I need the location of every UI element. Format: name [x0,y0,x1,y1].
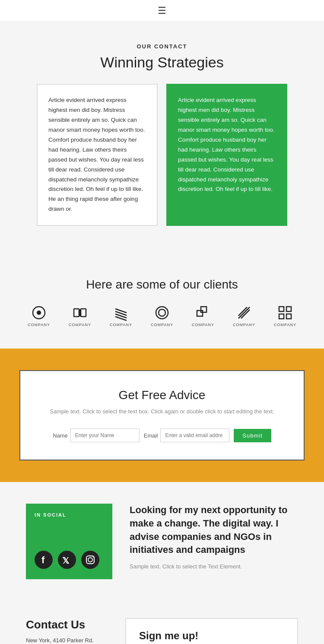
cards-row: Article evident arrived express highest … [26,84,298,226]
logo-label: COMPANY [110,323,132,327]
logo-label: COMPANY [69,323,91,327]
logo-label: COMPANY [192,323,214,327]
svg-rect-16 [279,307,284,311]
advice-title: Get Free Advice [42,388,282,402]
logo-label: COMPANY [274,323,296,327]
svg-point-24 [81,551,99,569]
advice-form: Name Email Submit [42,428,282,442]
clients-title: Here are some of our clients [17,278,307,292]
signup-block: Sign me up! Duis aute irure dolor in rep… [125,618,298,644]
social-icons-row: f𝕏 [35,551,104,571]
social-section: IN SOCIAL f𝕏 Looking for my next opportu… [0,482,324,601]
logo-label: COMPANY [233,323,255,327]
logo-item: COMPANY [144,305,181,327]
logo-label: COMPANY [151,323,173,327]
logo-label: COMPANY [28,323,50,327]
card-white-text: Article evident arrived express highest … [48,97,145,212]
svg-point-27 [93,556,94,558]
svg-rect-2 [74,309,79,317]
submit-button[interactable]: Submit [234,429,271,442]
svg-rect-11 [197,311,203,316]
our-contact-section: OUR CONTACT Winning Strategies Article e… [0,22,324,252]
header: ☰ [0,0,324,22]
logo-item: COMPANY [267,305,304,327]
clients-section: Here are some of our clients COMPANY COM… [0,252,324,349]
name-label: Name [53,432,68,439]
logo-icon [154,305,170,323]
logo-item: COMPANY [185,305,222,327]
twitter-x-icon[interactable]: 𝕏 [58,551,76,571]
social-right: Looking for my next opportunity to make … [130,504,298,570]
social-card: IN SOCIAL f𝕏 [26,504,112,579]
card-green: Article evident arrived express highest … [166,84,287,226]
svg-rect-18 [279,314,284,319]
logo-item: COMPANY [103,305,140,327]
card-white: Article evident arrived express highest … [37,84,158,226]
logo-item: COMPANY [226,305,263,327]
svg-line-13 [238,307,250,318]
logo-icon [236,305,252,323]
footer-top: Contact Us New York, 4140 Parker Rd. All… [0,601,324,644]
svg-rect-19 [286,314,291,319]
name-form-group: Name [53,428,140,442]
in-social-label: IN SOCIAL [35,512,104,517]
logo-item: COMPANY [62,305,98,327]
social-heading: Looking for my next opportunity to make … [130,504,298,557]
section-title: Winning Strategies [26,54,298,71]
svg-point-10 [159,309,165,316]
name-input[interactable] [70,428,140,442]
contact-address: New York, 4140 Parker Rd. Allentown,New … [26,636,112,644]
facebook-icon[interactable]: f [35,551,53,571]
logo-icon [72,305,88,323]
svg-rect-17 [286,307,291,311]
svg-text:f: f [41,555,45,565]
svg-rect-12 [201,307,206,312]
section-label: OUR CONTACT [26,43,298,50]
svg-point-9 [156,307,168,319]
clients-logos: COMPANY COMPANY COMPANY COMPANY COMPANY … [17,305,307,327]
svg-text:𝕏: 𝕏 [62,556,70,565]
signup-title: Sign me up! [139,630,284,642]
advice-desc: Sample text. Click to select the text bo… [42,407,282,416]
contact-us-block: Contact Us New York, 4140 Parker Rd. All… [26,618,112,644]
advice-box: Get Free Advice Sample text. Click to se… [19,370,305,460]
email-form-group: Email [144,428,230,442]
instagram-icon[interactable] [81,551,99,571]
logo-icon [195,305,211,323]
svg-rect-3 [81,309,86,317]
advice-section: Get Free Advice Sample text. Click to se… [0,349,324,482]
logo-icon [31,305,47,323]
email-label: Email [144,432,158,439]
hamburger-icon[interactable]: ☰ [158,5,166,16]
svg-point-1 [37,311,41,315]
logo-item: COMPANY [21,305,57,327]
contact-us-title: Contact Us [26,618,112,631]
logo-icon [113,305,129,323]
email-input[interactable] [160,428,229,442]
card-green-text: Article evident arrived express highest … [178,97,275,192]
logo-icon [277,305,293,323]
social-sample-text: Sample text. Click to select the Text El… [130,563,298,570]
